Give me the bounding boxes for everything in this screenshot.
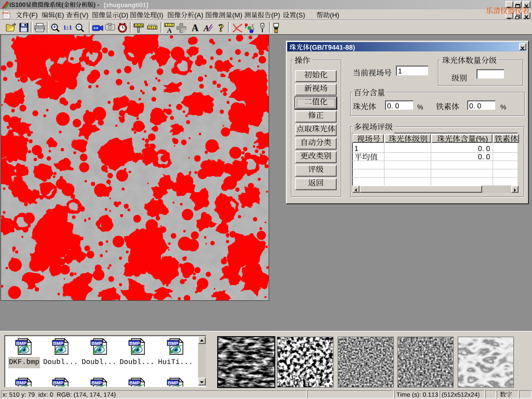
svg-text:BMP: BMP (53, 380, 63, 385)
svg-text:A: A (167, 26, 172, 33)
svg-text:+: + (53, 24, 56, 30)
svg-text:3: 3 (252, 27, 254, 31)
svg-text:?: ? (219, 23, 224, 33)
svg-text:BMP: BMP (16, 341, 26, 346)
svg-text:BMP: BMP (129, 380, 140, 385)
svg-text:BMP: BMP (91, 380, 102, 385)
svg-text:BMP: BMP (53, 341, 63, 346)
svg-text:BMP: BMP (129, 341, 140, 346)
svg-text:BMP: BMP (91, 341, 102, 346)
svg-text:A: A (192, 23, 198, 32)
svg-text:BMP: BMP (16, 380, 26, 385)
svg-text:BMP: BMP (168, 380, 178, 385)
svg-text:A: A (203, 24, 209, 32)
svg-text:1:1: 1:1 (63, 23, 72, 31)
svg-text:DOC: DOC (3, 11, 10, 15)
svg-text:BMP: BMP (168, 341, 178, 346)
svg-text:1: 1 (245, 25, 247, 29)
svg-text:−: − (77, 24, 81, 30)
